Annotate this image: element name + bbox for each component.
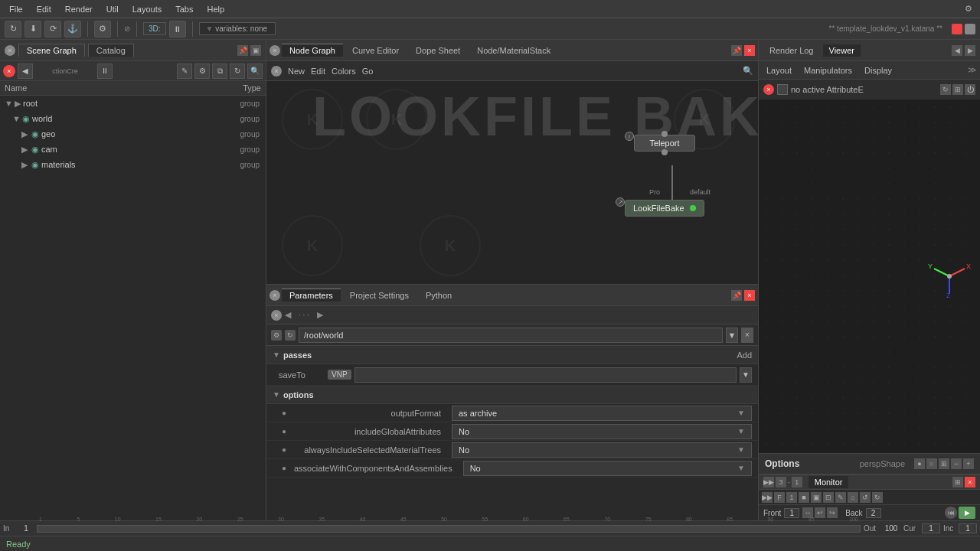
- ng-close-btn[interactable]: ×: [270, 45, 280, 56]
- tab-render-log[interactable]: Render Log: [763, 44, 820, 57]
- viewer-pin-icon[interactable]: ▶: [965, 45, 975, 56]
- menu-help[interactable]: Help: [201, 3, 230, 15]
- monitor-close[interactable]: ×: [965, 477, 975, 487]
- param-dropdown-associate[interactable]: No ▼: [463, 461, 752, 476]
- back-value[interactable]: 2: [866, 508, 881, 518]
- recycle-btn[interactable]: ↻: [5, 21, 21, 37]
- tab-manipulators[interactable]: Manipulators: [799, 64, 857, 77]
- monitor-btn10[interactable]: ↻: [872, 492, 883, 503]
- viewer-power-icon[interactable]: ⏻: [965, 84, 975, 95]
- ng-edit-btn[interactable]: Edit: [311, 67, 325, 76]
- tree-toggle-world[interactable]: ▼: [12, 114, 20, 123]
- tab-node-material-stack[interactable]: Node/MaterialStack: [469, 44, 558, 57]
- tree-toggle-root[interactable]: ▼: [5, 99, 12, 108]
- monitor-btn3[interactable]: 1: [786, 492, 797, 503]
- tree-item-geo[interactable]: ▶ ◉ geo group: [0, 126, 266, 142]
- tab-curve-editor[interactable]: Curve Editor: [345, 44, 407, 57]
- monitor-btn4[interactable]: ■: [799, 492, 809, 503]
- expand-icon[interactable]: ▣: [250, 45, 261, 56]
- viewer-refresh-icon[interactable]: ↻: [940, 84, 951, 95]
- close-btn[interactable]: [952, 24, 962, 34]
- tab-parameters[interactable]: Parameters: [282, 289, 341, 302]
- monitor-btn6[interactable]: ⊡: [823, 492, 834, 503]
- viewer-sub-more[interactable]: ≫: [968, 65, 977, 75]
- monitor-icon4[interactable]: 1: [792, 477, 802, 487]
- sg-pause-btn[interactable]: ⏸: [97, 64, 113, 79]
- download-btn[interactable]: ⬇: [24, 21, 41, 37]
- link-btn[interactable]: ⚓: [64, 21, 81, 37]
- options-icon4[interactable]: ↔: [951, 458, 962, 469]
- params-pin-icon[interactable]: 📌: [731, 290, 742, 301]
- tree-item-world[interactable]: ▼ ◉ world group: [0, 111, 266, 126]
- params-nav-forward[interactable]: ▶: [317, 310, 323, 320]
- saveto-badge[interactable]: VNP: [328, 370, 351, 380]
- sg-back-btn[interactable]: ◀: [18, 64, 33, 79]
- passes-section-header[interactable]: ▼ passes Add: [266, 346, 758, 364]
- tree-item-root[interactable]: ▼ ▶ root group: [0, 96, 266, 111]
- ng-new-btn[interactable]: New: [288, 67, 305, 76]
- tab-display[interactable]: Display: [860, 64, 897, 77]
- params-refresh-icon[interactable]: ↻: [285, 330, 296, 341]
- options-icon5[interactable]: +: [963, 458, 974, 469]
- gear-icon[interactable]: ⚙: [960, 2, 977, 15]
- play-prev-btn[interactable]: ⏮: [945, 507, 957, 519]
- tab-scene-graph[interactable]: Scene Graph: [18, 44, 85, 57]
- param-dropdown-includeglobal[interactable]: No ▼: [452, 424, 752, 439]
- viewer-expand-btn[interactable]: ⊞: [952, 84, 963, 95]
- ng-close-x-icon[interactable]: ×: [744, 45, 755, 56]
- timeline-bar[interactable]: 1 5 10 15 20 25 30 35 40 45 50 55 60 65 …: [37, 525, 861, 533]
- tree-item-materials[interactable]: ▶ ◉ materials group: [0, 157, 266, 172]
- tab-layout[interactable]: Layout: [762, 64, 796, 77]
- menu-edit[interactable]: Edit: [31, 3, 57, 15]
- sg-search-btn[interactable]: 🔍: [247, 64, 263, 79]
- tree-item-cam[interactable]: ▶ ◉ cam group: [0, 142, 266, 157]
- sg-close-btn[interactable]: ×: [3, 65, 15, 77]
- node-teleport[interactable]: Teleport: [634, 135, 695, 152]
- scene-graph-close[interactable]: ×: [5, 45, 15, 56]
- tree-toggle-cam[interactable]: ▶: [21, 145, 29, 155]
- saveto-dropdown[interactable]: ▼: [740, 367, 752, 383]
- viewer-expand-icon[interactable]: ◀: [952, 45, 962, 56]
- menu-tabs[interactable]: Tabs: [169, 3, 199, 15]
- options-icon1[interactable]: ●: [914, 458, 925, 469]
- monitor-icon1[interactable]: ▶▶: [763, 477, 774, 487]
- play-btn[interactable]: ▶: [959, 507, 975, 519]
- param-dropdown-alwaysinclude[interactable]: No ▼: [452, 442, 752, 458]
- tab-viewer[interactable]: Viewer: [823, 44, 861, 57]
- sg-refresh-btn[interactable]: ↻: [230, 64, 245, 79]
- passes-add-btn[interactable]: Add: [737, 350, 752, 360]
- pin-icon[interactable]: 📌: [237, 45, 248, 56]
- monitor-icon2[interactable]: 3: [776, 477, 786, 487]
- params-path-dropdown[interactable]: ▼: [726, 328, 738, 343]
- tree-toggle-materials[interactable]: ▶: [21, 160, 29, 170]
- timeline-inc-value[interactable]: 1: [959, 523, 977, 533]
- timeline-cur-value[interactable]: 1: [922, 523, 940, 533]
- ng-colors-btn[interactable]: Colors: [332, 67, 356, 76]
- monitor-btn2[interactable]: F: [774, 492, 785, 503]
- tab-monitor[interactable]: Monitor: [808, 476, 849, 488]
- ng-go-btn[interactable]: Go: [362, 67, 374, 76]
- params-close-btn[interactable]: ×: [270, 290, 280, 301]
- params-path-clear[interactable]: ×: [741, 328, 753, 343]
- viewer-close-btn[interactable]: ×: [763, 84, 774, 95]
- sg-copy-btn[interactable]: ⧉: [212, 64, 227, 79]
- tab-catalog[interactable]: Catalog: [88, 44, 134, 57]
- params-close-x-icon[interactable]: ×: [744, 290, 755, 301]
- minimize-btn[interactable]: [965, 24, 975, 34]
- params-nav-close[interactable]: ×: [271, 310, 282, 321]
- tab-dope-sheet[interactable]: Dope Sheet: [408, 44, 468, 57]
- node-lookfilebake[interactable]: LookFileBake: [625, 200, 704, 217]
- render-3d-badge[interactable]: 3D:: [143, 22, 166, 35]
- teleport-info-icon[interactable]: i: [625, 132, 634, 141]
- refresh-btn[interactable]: ⟳: [44, 21, 61, 37]
- options-icon3[interactable]: ⊞: [939, 458, 949, 469]
- options-icon2[interactable]: ○: [926, 458, 937, 469]
- settings-btn[interactable]: ⚙: [94, 21, 111, 37]
- monitor-btn5[interactable]: ▣: [811, 492, 822, 503]
- pause-btn[interactable]: ⏸: [169, 21, 186, 37]
- param-dropdown-outputformat[interactable]: as archive ▼: [452, 406, 752, 421]
- tab-python[interactable]: Python: [418, 289, 459, 302]
- monitor-btn1[interactable]: ▶▶: [762, 492, 773, 503]
- monitor-btn9[interactable]: ↺: [860, 492, 871, 503]
- lookfilebake-info-icon[interactable]: ↗: [616, 197, 625, 207]
